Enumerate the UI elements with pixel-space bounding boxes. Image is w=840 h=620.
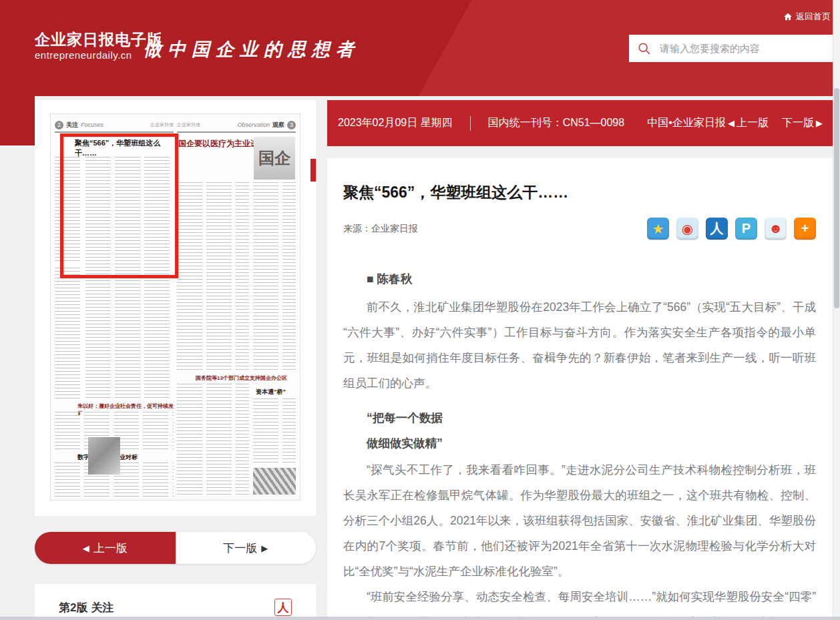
- page-number-badge: 3: [287, 121, 296, 129]
- infobar-prev-button[interactable]: ◀ 上一版: [728, 116, 769, 130]
- pdf-icon[interactable]: 人: [274, 599, 292, 616]
- section-card[interactable]: 第2版 关注 人: [35, 584, 316, 620]
- share-weibo-icon[interactable]: ◉: [676, 218, 698, 240]
- site-header: 企业家日报电子版 entrepreneurdaily.cn 做中国企业的思想者 …: [0, 0, 840, 96]
- home-link-label: 返回首页: [796, 11, 831, 23]
- share-tweibo-icon[interactable]: ☻: [765, 218, 787, 240]
- page-number-badge: 2: [55, 121, 63, 129]
- section-name-en: Focuses: [81, 121, 103, 128]
- section-card-label: 第2版 关注: [59, 600, 114, 615]
- next-arrow-icon: ▶: [816, 119, 823, 127]
- thumb-headline-sub2: 资本通“桥”: [256, 388, 286, 396]
- next-arrow-icon: ▶: [261, 544, 268, 553]
- article-panel: 聚焦“566”，华塑班组这么干…… 来源：企业家日报 ★◉人P☻+ ■ 陈春秋 …: [327, 158, 833, 620]
- divider: [470, 116, 471, 131]
- horizontal-scrollbar[interactable]: [0, 617, 840, 620]
- section-name-en: Observation: [237, 121, 270, 128]
- home-icon: [783, 12, 793, 21]
- search-input[interactable]: [658, 42, 828, 55]
- home-link[interactable]: 返回首页: [783, 11, 831, 23]
- search-icon: [637, 41, 652, 56]
- share-more-icon[interactable]: +: [794, 218, 816, 240]
- vertical-scrollbar-track[interactable]: [833, 0, 840, 620]
- highlighted-article-region[interactable]: [60, 133, 178, 278]
- section-name-cn: 关注: [66, 121, 78, 129]
- article-paragraph: 前不久，淮北矿业集团华塑股份在2023年工作会上确立了“566”（实现“五大目标…: [343, 294, 816, 396]
- article-body: ■ 陈春秋 前不久，淮北矿业集团华塑股份在2023年工作会上确立了“566”（实…: [343, 266, 816, 620]
- prev-page-button[interactable]: ◀ 上一版: [35, 532, 176, 564]
- article-paragraph: “班前安全经验分享、动态安全检查、每周安全培训……”就如何实现华塑股份安全“四零…: [343, 584, 816, 620]
- thumb-headline-sub1: 国务院等13个部门成立支持国企办公区: [196, 374, 287, 382]
- paper-name: 中国•企业家日报: [647, 116, 726, 130]
- page-thumbnail-panel: 2 关注 Focuses 企业家日报 聚焦“566”，华塑班组这么干…… 朱以好…: [35, 100, 316, 516]
- thumbnail-right-page: 企业家日报 Observation 观察 3 国企要以医疗为主业进行重组 国企 …: [177, 118, 296, 496]
- issue-infobar: 2023年02月09日 星期四 国内统一刊号：CN51—0098 中国•企业家日…: [327, 100, 833, 146]
- article-meta-row: 来源：企业家日报 ★◉人P☻+: [343, 218, 816, 240]
- next-page-label: 下一版: [223, 541, 257, 556]
- masthead-text: 企业家日报: [150, 121, 174, 128]
- article-title: 聚焦“566”，华塑班组这么干……: [343, 182, 816, 203]
- article-paragraph: “探气头不工作了，我来看看咋回事。”走进水泥分公司生产技术科物检控制分析班，班长…: [343, 457, 816, 584]
- section-name-cn: 观察: [272, 121, 284, 129]
- share-renren-icon[interactable]: 人: [706, 218, 728, 240]
- issue-date: 2023年02月09日 星期四: [338, 116, 453, 130]
- prev-page-label: 上一版: [93, 541, 128, 556]
- masthead-text: 企业家日报: [177, 121, 200, 128]
- next-page-button[interactable]: 下一版 ▶: [176, 532, 317, 564]
- article-author: ■ 陈春秋: [367, 266, 816, 292]
- search-box: [629, 35, 836, 62]
- sidebar-pager: ◀ 上一版 下一版 ▶: [35, 532, 316, 564]
- issue-number: 国内统一刊号：CN51—0098: [488, 116, 625, 130]
- share-qzone-icon[interactable]: ★: [647, 218, 669, 240]
- page: 企业家日报电子版 entrepreneurdaily.cn 做中国企业的思想者 …: [0, 0, 840, 620]
- prev-arrow-icon: ◀: [83, 544, 89, 553]
- thumbnail-photo: [88, 437, 120, 475]
- article-subheading: “把每一个数据做细做实做精”: [343, 405, 816, 456]
- prev-arrow-icon: ◀: [728, 119, 734, 127]
- thumbnail-scrollbar-thumb[interactable]: [310, 159, 316, 182]
- thumb-graphic-guoqi: 国企: [254, 137, 295, 180]
- share-pengyou-icon[interactable]: P: [735, 218, 757, 240]
- header-left-decoration: [0, 96, 35, 145]
- article-source: 来源：企业家日报: [343, 223, 418, 235]
- thumbnail-photo: [253, 468, 296, 495]
- site-slogan: 做中国企业的思想者: [144, 37, 360, 61]
- share-toolbar: ★◉人P☻+: [647, 218, 816, 240]
- vertical-scrollbar-thumb[interactable]: [834, 88, 839, 308]
- infobar-next-button[interactable]: 下一版 ▶: [782, 116, 823, 130]
